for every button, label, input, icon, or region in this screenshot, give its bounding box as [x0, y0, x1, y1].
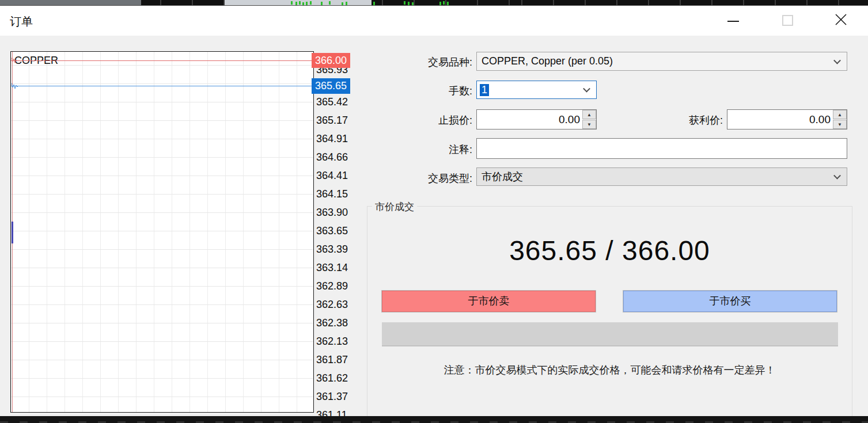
- spin-up-button[interactable]: ▲: [582, 110, 596, 119]
- symbol-select-value: COPPER, Copper (per 0.05): [482, 55, 613, 67]
- bid-tick-start: [12, 222, 13, 243]
- price-scale-label: 364.91: [316, 132, 352, 146]
- price-scale-label: 361.11: [316, 408, 352, 416]
- disabled-action-bar: [382, 322, 838, 346]
- price-scale-label: 364.15: [316, 187, 352, 201]
- tick-chart[interactable]: COPPER: [10, 51, 314, 413]
- comment-input[interactable]: [476, 138, 847, 159]
- price-scale-label: 362.38: [316, 316, 352, 330]
- spin-down-button[interactable]: ▼: [833, 120, 847, 129]
- bid-price-line: [11, 86, 313, 86]
- stoploss-value: 0.00: [559, 110, 580, 129]
- chevron-down-icon: [833, 56, 841, 64]
- price-scale-label: 365.42: [316, 95, 352, 109]
- sell-by-market-button[interactable]: 于市价卖: [382, 291, 596, 312]
- comment-label: 注释:: [357, 143, 472, 157]
- order-type-value: 市价成交: [482, 170, 523, 184]
- background-scrollbar-thumb: [225, 0, 372, 5]
- price-scale-label: 365.17: [316, 113, 352, 127]
- volume-value: 1: [480, 84, 489, 96]
- chevron-down-icon: [833, 172, 841, 180]
- price-scale-label: 363.90: [316, 205, 352, 219]
- maximize-icon: [782, 15, 793, 26]
- titlebar[interactable]: 订单: [0, 6, 868, 36]
- chevron-down-icon: [583, 85, 590, 93]
- order-type-select[interactable]: 市价成交: [476, 167, 847, 186]
- takeprofit-value: 0.00: [809, 110, 831, 129]
- price-scale-label: 363.39: [316, 242, 352, 256]
- maximize-button: [769, 6, 806, 36]
- volume-combobox[interactable]: 1: [476, 81, 597, 99]
- price-scale-label: 361.37: [316, 390, 352, 403]
- price-scale-label: 361.62: [316, 371, 352, 385]
- takeprofit-spinbox[interactable]: 0.00 ▲ ▼: [727, 109, 847, 129]
- price-scale-label: 362.89: [316, 279, 352, 293]
- price-scale-label: 363.14: [316, 261, 352, 275]
- price-scale-label: 364.41: [316, 169, 352, 182]
- background-tick-volume-bars: [291, 1, 293, 5]
- order-type-label: 交易类型:: [357, 172, 472, 185]
- background-app-top-strip: [0, 0, 868, 5]
- price-scale-label: 362.13: [316, 334, 352, 348]
- background-scrollbar-segment: [0, 0, 141, 5]
- market-execution-note: 注意：市价交易模式下的实际成交价格，可能会和请求价格有一定差异！: [367, 363, 852, 377]
- background-app-bottom-strip: [0, 416, 868, 423]
- stoploss-spinbox[interactable]: 0.00 ▲ ▼: [476, 109, 597, 129]
- window-title: 订单: [10, 14, 33, 29]
- market-execution-group-title: 市价成交: [372, 200, 417, 214]
- price-scale-label: 364.66: [316, 150, 352, 164]
- price-scale-label: 363.65: [316, 224, 352, 238]
- ask-tick-squiggle: [12, 56, 21, 64]
- ask-price-line: [11, 60, 313, 61]
- price-scale-label: 362.63: [316, 298, 352, 311]
- bid-price-badge: 365.65: [312, 78, 350, 94]
- close-button[interactable]: [822, 6, 859, 36]
- spin-up-button[interactable]: ▲: [833, 110, 847, 119]
- takeprofit-spin-buttons: ▲ ▼: [833, 110, 847, 129]
- minimize-icon: [727, 21, 739, 22]
- stoploss-label: 止损价:: [357, 113, 472, 127]
- order-dialog: 订单 COPPER 365.93 366.00 365.65 365.42365…: [0, 5, 868, 416]
- bid-ask-quote: 365.65 / 366.00: [367, 235, 852, 266]
- buy-by-market-button[interactable]: 于市价买: [623, 291, 837, 312]
- ask-price-badge: 366.00: [312, 53, 350, 68]
- price-scale-label: 361.87: [316, 353, 352, 367]
- takeprofit-label: 获利价:: [608, 113, 723, 127]
- volume-label: 手数:: [357, 84, 472, 98]
- bid-tick-squiggle: [12, 82, 21, 90]
- spin-down-button[interactable]: ▼: [582, 120, 596, 129]
- minimize-button[interactable]: [716, 6, 753, 36]
- close-icon: [834, 13, 848, 26]
- stoploss-spin-buttons: ▲ ▼: [582, 110, 596, 129]
- symbol-label: 交易品种:: [357, 55, 472, 69]
- symbol-select[interactable]: COPPER, Copper (per 0.05): [476, 52, 847, 71]
